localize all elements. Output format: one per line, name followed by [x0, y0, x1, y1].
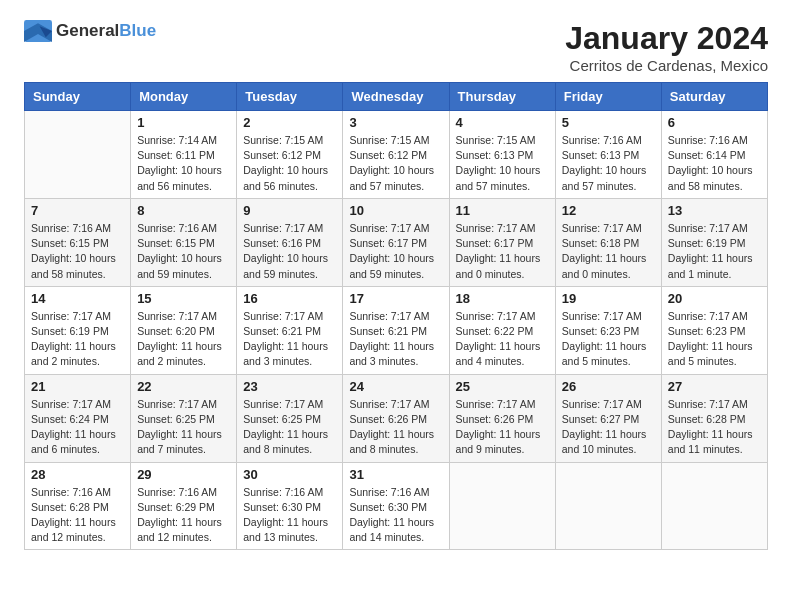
week-row-3: 21Sunrise: 7:17 AM Sunset: 6:24 PM Dayli…	[25, 374, 768, 462]
day-number: 13	[668, 203, 761, 218]
day-number: 9	[243, 203, 336, 218]
day-info: Sunrise: 7:17 AM Sunset: 6:16 PM Dayligh…	[243, 221, 336, 282]
day-info: Sunrise: 7:17 AM Sunset: 6:27 PM Dayligh…	[562, 397, 655, 458]
week-row-1: 7Sunrise: 7:16 AM Sunset: 6:15 PM Daylig…	[25, 198, 768, 286]
day-info: Sunrise: 7:17 AM Sunset: 6:21 PM Dayligh…	[243, 309, 336, 370]
day-cell: 10Sunrise: 7:17 AM Sunset: 6:17 PM Dayli…	[343, 198, 449, 286]
day-cell: 5Sunrise: 7:16 AM Sunset: 6:13 PM Daylig…	[555, 111, 661, 199]
day-number: 5	[562, 115, 655, 130]
col-header-wednesday: Wednesday	[343, 83, 449, 111]
day-number: 21	[31, 379, 124, 394]
day-info: Sunrise: 7:16 AM Sunset: 6:13 PM Dayligh…	[562, 133, 655, 194]
title-area: January 2024 Cerritos de Cardenas, Mexic…	[565, 20, 768, 74]
week-row-0: 1Sunrise: 7:14 AM Sunset: 6:11 PM Daylig…	[25, 111, 768, 199]
location-title: Cerritos de Cardenas, Mexico	[565, 57, 768, 74]
day-number: 29	[137, 467, 230, 482]
day-number: 4	[456, 115, 549, 130]
day-number: 30	[243, 467, 336, 482]
week-row-4: 28Sunrise: 7:16 AM Sunset: 6:28 PM Dayli…	[25, 462, 768, 550]
day-info: Sunrise: 7:17 AM Sunset: 6:26 PM Dayligh…	[456, 397, 549, 458]
logo-blue: Blue	[119, 21, 156, 40]
day-info: Sunrise: 7:17 AM Sunset: 6:22 PM Dayligh…	[456, 309, 549, 370]
day-number: 11	[456, 203, 549, 218]
day-info: Sunrise: 7:16 AM Sunset: 6:15 PM Dayligh…	[31, 221, 124, 282]
day-info: Sunrise: 7:16 AM Sunset: 6:29 PM Dayligh…	[137, 485, 230, 546]
day-info: Sunrise: 7:17 AM Sunset: 6:19 PM Dayligh…	[31, 309, 124, 370]
day-number: 10	[349, 203, 442, 218]
day-number: 18	[456, 291, 549, 306]
day-cell	[555, 462, 661, 550]
day-number: 12	[562, 203, 655, 218]
day-cell	[661, 462, 767, 550]
day-cell: 16Sunrise: 7:17 AM Sunset: 6:21 PM Dayli…	[237, 286, 343, 374]
day-info: Sunrise: 7:16 AM Sunset: 6:28 PM Dayligh…	[31, 485, 124, 546]
day-info: Sunrise: 7:17 AM Sunset: 6:26 PM Dayligh…	[349, 397, 442, 458]
day-number: 24	[349, 379, 442, 394]
day-info: Sunrise: 7:17 AM Sunset: 6:25 PM Dayligh…	[243, 397, 336, 458]
day-cell: 12Sunrise: 7:17 AM Sunset: 6:18 PM Dayli…	[555, 198, 661, 286]
day-info: Sunrise: 7:17 AM Sunset: 6:23 PM Dayligh…	[668, 309, 761, 370]
col-header-friday: Friday	[555, 83, 661, 111]
day-cell: 2Sunrise: 7:15 AM Sunset: 6:12 PM Daylig…	[237, 111, 343, 199]
day-cell: 18Sunrise: 7:17 AM Sunset: 6:22 PM Dayli…	[449, 286, 555, 374]
day-info: Sunrise: 7:17 AM Sunset: 6:23 PM Dayligh…	[562, 309, 655, 370]
day-cell: 31Sunrise: 7:16 AM Sunset: 6:30 PM Dayli…	[343, 462, 449, 550]
day-info: Sunrise: 7:16 AM Sunset: 6:14 PM Dayligh…	[668, 133, 761, 194]
day-number: 1	[137, 115, 230, 130]
day-cell: 9Sunrise: 7:17 AM Sunset: 6:16 PM Daylig…	[237, 198, 343, 286]
col-header-thursday: Thursday	[449, 83, 555, 111]
day-info: Sunrise: 7:14 AM Sunset: 6:11 PM Dayligh…	[137, 133, 230, 194]
day-cell: 17Sunrise: 7:17 AM Sunset: 6:21 PM Dayli…	[343, 286, 449, 374]
day-cell: 19Sunrise: 7:17 AM Sunset: 6:23 PM Dayli…	[555, 286, 661, 374]
day-cell: 6Sunrise: 7:16 AM Sunset: 6:14 PM Daylig…	[661, 111, 767, 199]
day-cell: 20Sunrise: 7:17 AM Sunset: 6:23 PM Dayli…	[661, 286, 767, 374]
day-info: Sunrise: 7:16 AM Sunset: 6:30 PM Dayligh…	[243, 485, 336, 546]
day-cell: 11Sunrise: 7:17 AM Sunset: 6:17 PM Dayli…	[449, 198, 555, 286]
day-info: Sunrise: 7:16 AM Sunset: 6:30 PM Dayligh…	[349, 485, 442, 546]
day-cell: 25Sunrise: 7:17 AM Sunset: 6:26 PM Dayli…	[449, 374, 555, 462]
day-cell: 28Sunrise: 7:16 AM Sunset: 6:28 PM Dayli…	[25, 462, 131, 550]
day-info: Sunrise: 7:17 AM Sunset: 6:25 PM Dayligh…	[137, 397, 230, 458]
day-cell: 3Sunrise: 7:15 AM Sunset: 6:12 PM Daylig…	[343, 111, 449, 199]
day-info: Sunrise: 7:15 AM Sunset: 6:13 PM Dayligh…	[456, 133, 549, 194]
day-number: 7	[31, 203, 124, 218]
day-info: Sunrise: 7:17 AM Sunset: 6:17 PM Dayligh…	[349, 221, 442, 282]
day-cell: 26Sunrise: 7:17 AM Sunset: 6:27 PM Dayli…	[555, 374, 661, 462]
day-number: 3	[349, 115, 442, 130]
logo-general: General	[56, 21, 119, 40]
day-cell: 8Sunrise: 7:16 AM Sunset: 6:15 PM Daylig…	[131, 198, 237, 286]
day-info: Sunrise: 7:15 AM Sunset: 6:12 PM Dayligh…	[243, 133, 336, 194]
day-info: Sunrise: 7:17 AM Sunset: 6:17 PM Dayligh…	[456, 221, 549, 282]
day-cell: 13Sunrise: 7:17 AM Sunset: 6:19 PM Dayli…	[661, 198, 767, 286]
day-number: 20	[668, 291, 761, 306]
day-info: Sunrise: 7:17 AM Sunset: 6:19 PM Dayligh…	[668, 221, 761, 282]
day-cell: 21Sunrise: 7:17 AM Sunset: 6:24 PM Dayli…	[25, 374, 131, 462]
day-cell: 15Sunrise: 7:17 AM Sunset: 6:20 PM Dayli…	[131, 286, 237, 374]
day-info: Sunrise: 7:17 AM Sunset: 6:21 PM Dayligh…	[349, 309, 442, 370]
day-number: 25	[456, 379, 549, 394]
day-info: Sunrise: 7:15 AM Sunset: 6:12 PM Dayligh…	[349, 133, 442, 194]
header-area: GeneralBlue January 2024 Cerritos de Car…	[24, 20, 768, 74]
day-info: Sunrise: 7:17 AM Sunset: 6:28 PM Dayligh…	[668, 397, 761, 458]
day-number: 23	[243, 379, 336, 394]
logo-icon	[24, 20, 52, 42]
calendar-table: SundayMondayTuesdayWednesdayThursdayFrid…	[24, 82, 768, 550]
day-number: 16	[243, 291, 336, 306]
day-cell: 4Sunrise: 7:15 AM Sunset: 6:13 PM Daylig…	[449, 111, 555, 199]
col-header-monday: Monday	[131, 83, 237, 111]
col-header-saturday: Saturday	[661, 83, 767, 111]
day-number: 28	[31, 467, 124, 482]
col-header-sunday: Sunday	[25, 83, 131, 111]
day-cell	[449, 462, 555, 550]
day-cell: 30Sunrise: 7:16 AM Sunset: 6:30 PM Dayli…	[237, 462, 343, 550]
day-cell: 27Sunrise: 7:17 AM Sunset: 6:28 PM Dayli…	[661, 374, 767, 462]
day-cell: 14Sunrise: 7:17 AM Sunset: 6:19 PM Dayli…	[25, 286, 131, 374]
day-info: Sunrise: 7:17 AM Sunset: 6:20 PM Dayligh…	[137, 309, 230, 370]
day-number: 27	[668, 379, 761, 394]
day-number: 2	[243, 115, 336, 130]
day-number: 17	[349, 291, 442, 306]
month-title: January 2024	[565, 20, 768, 57]
col-header-tuesday: Tuesday	[237, 83, 343, 111]
day-number: 22	[137, 379, 230, 394]
day-cell: 24Sunrise: 7:17 AM Sunset: 6:26 PM Dayli…	[343, 374, 449, 462]
